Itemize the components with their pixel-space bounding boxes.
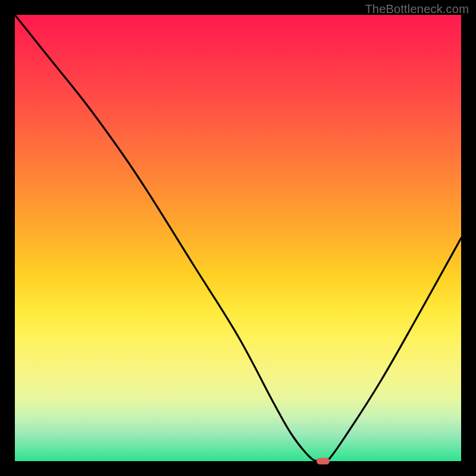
gradient-background — [15, 15, 461, 461]
plot-area — [15, 15, 461, 461]
watermark-text: TheBottleneck.com — [365, 2, 469, 16]
optimum-marker — [317, 458, 330, 465]
chart-stage: TheBottleneck.com — [0, 0, 476, 476]
